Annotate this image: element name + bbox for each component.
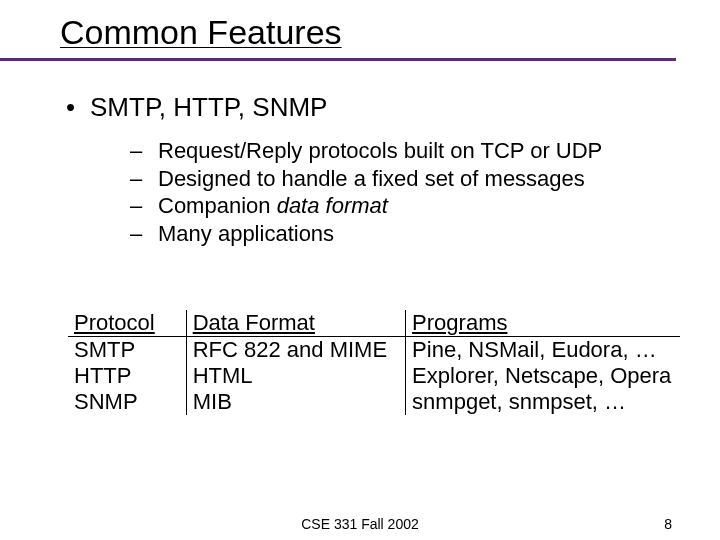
protocol-table: Protocol Data Format Programs SMTP RFC 8… (68, 310, 680, 415)
sub-bullet: –Many applications (136, 220, 680, 248)
col-header-programs: Programs (406, 310, 680, 337)
cell-protocol: SMTP (68, 337, 186, 364)
cell-programs: snmpget, snmpset, … (406, 389, 680, 415)
slide: Common Features SMTP, HTTP, SNMP –Reques… (0, 0, 720, 540)
sub-text: Designed to handle a fixed set of messag… (158, 166, 585, 191)
cell-format: RFC 822 and MIME (186, 337, 405, 364)
bullet-level1: SMTP, HTTP, SNMP (90, 92, 680, 123)
sub-text: Many applications (158, 221, 334, 246)
cell-programs: Explorer, Netscape, Opera (406, 363, 680, 389)
sub-text-italic: data format (277, 193, 388, 218)
cell-format: HTML (186, 363, 405, 389)
table: Protocol Data Format Programs SMTP RFC 8… (68, 310, 680, 415)
cell-protocol: HTTP (68, 363, 186, 389)
sub-bullet: –Designed to handle a fixed set of messa… (136, 165, 680, 193)
sub-text: Companion (158, 193, 277, 218)
sub-bullet: –Request/Reply protocols built on TCP or… (136, 137, 680, 165)
cell-format: MIB (186, 389, 405, 415)
col-header-format: Data Format (186, 310, 405, 337)
cell-protocol: SNMP (68, 389, 186, 415)
table-row: SNMP MIB snmpget, snmpset, … (68, 389, 680, 415)
table-header-row: Protocol Data Format Programs (68, 310, 680, 337)
footer-center: CSE 331 Fall 2002 (0, 516, 720, 532)
table-row: SMTP RFC 822 and MIME Pine, NSMail, Eudo… (68, 337, 680, 364)
table-row: HTTP HTML Explorer, Netscape, Opera (68, 363, 680, 389)
cell-programs: Pine, NSMail, Eudora, … (406, 337, 680, 364)
title-area: Common Features (0, 0, 720, 51)
sub-bullet: –Companion data format (136, 192, 680, 220)
title-rule (0, 58, 676, 61)
sub-text: Request/Reply protocols built on TCP or … (158, 138, 602, 163)
page-number: 8 (664, 516, 672, 532)
sub-bullets: –Request/Reply protocols built on TCP or… (136, 137, 680, 247)
body: SMTP, HTTP, SNMP –Request/Reply protocol… (90, 92, 680, 247)
col-header-protocol: Protocol (68, 310, 186, 337)
slide-title: Common Features (60, 14, 720, 51)
